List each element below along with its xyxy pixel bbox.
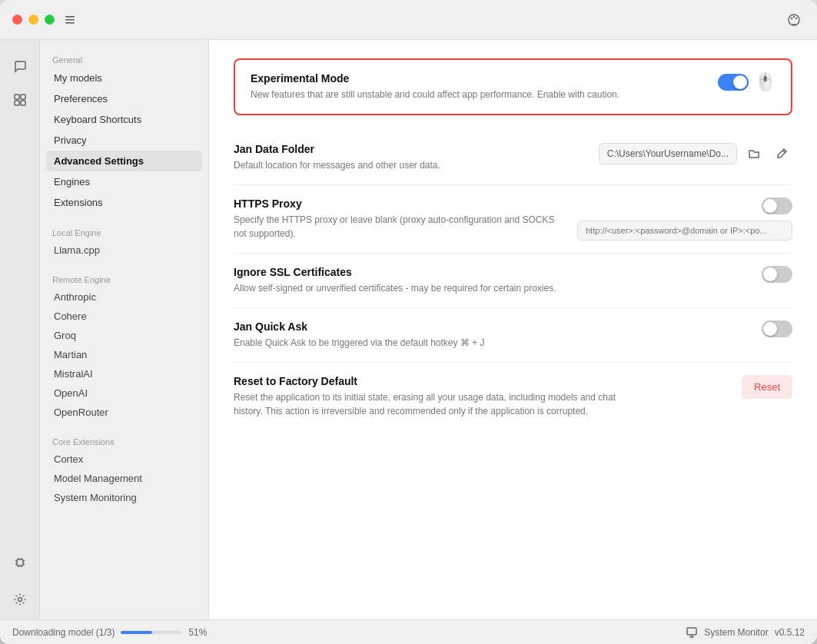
svg-point-6 [795,17,797,18]
jan-data-folder-desc: Default location for messages and other … [234,158,586,172]
sidebar-icon-rail [0,40,40,619]
main-content: Experimental Mode New features that are … [209,40,817,619]
titlebar [0,0,817,40]
jan-data-folder-row: Jan Data Folder Default location for mes… [234,131,792,185]
sidebar-item-privacy[interactable]: Privacy [46,130,202,151]
ignore-ssl-row: Ignore SSL Certificates Allow self-signe… [234,254,792,308]
svg-point-4 [791,17,792,18]
bottom-right: System Monitor v0.5.12 [686,626,805,639]
https-proxy-row: HTTPS Proxy Specify the HTTPS proxy or l… [234,185,792,254]
general-section-label: General [46,49,202,68]
progress-fill [121,631,152,634]
cursor-hand-icon: 🖱️ [755,72,775,92]
sidebar-item-cortex[interactable]: Cortex [46,450,202,469]
ignore-ssl-title: Ignore SSL Certificates [234,266,749,278]
toggle-thumb-ssl [763,267,777,281]
minimize-button[interactable] [28,15,38,25]
system-monitor-label[interactable]: System Monitor [704,627,768,638]
reset-factory-title: Reset to Factory Default [234,375,729,387]
experimental-mode-control: 🖱️ [718,72,775,92]
core-extensions-section-label: Core Extensions [46,431,202,450]
reset-button[interactable]: Reset [742,375,792,399]
experimental-mode-section: Experimental Mode New features that are … [234,58,792,115]
sidebar-item-extensions[interactable]: Extensions [46,192,202,213]
maximize-button[interactable] [45,15,55,25]
svg-rect-1 [65,19,75,21]
sidebar-item-advanced-settings[interactable]: Advanced Settings [46,151,202,171]
experimental-mode-desc: New features that are still unstable and… [251,88,650,101]
experimental-mode-toggle[interactable] [718,74,749,91]
sidebar-item-openai[interactable]: OpenAI [46,383,202,403]
quick-ask-control [762,320,792,337]
sidebar-item-llama-cpp[interactable]: Llama.cpp [46,241,202,260]
reset-factory-row: Reset to Factory Default Reset the appli… [234,363,792,430]
jan-data-folder-title: Jan Data Folder [234,143,586,155]
jan-data-folder-info: Jan Data Folder Default location for mes… [234,143,586,172]
grid-icon-btn[interactable] [6,86,34,114]
svg-rect-11 [17,559,23,566]
folder-path-display: C:\Users\YourUsername\Do... [599,143,737,164]
quick-ask-desc: Enable Quick Ask to be triggered via the… [234,336,633,350]
quick-ask-toggle[interactable] [762,320,792,337]
sidebar-item-my-models[interactable]: My models [46,68,202,88]
chat-icon-btn[interactable] [6,52,34,80]
remote-engine-section-label: Remote Engine [46,269,202,287]
sidebar-item-anthropic[interactable]: Anthropic [46,287,202,307]
reset-factory-info: Reset to Factory Default Reset the appli… [234,375,729,418]
https-proxy-title: HTTPS Proxy [234,198,565,210]
svg-rect-0 [65,16,75,18]
sidebar-item-preferences[interactable]: Preferences [46,88,202,109]
svg-rect-7 [15,95,19,99]
quick-ask-info: Jan Quick Ask Enable Quick Ask to be tri… [234,320,749,350]
toggle-thumb-proxy [763,199,777,213]
sidebar-item-keyboard-shortcuts[interactable]: Keyboard Shortcuts [46,109,202,130]
cpu-icon-btn[interactable] [6,549,34,576]
https-proxy-input[interactable] [577,221,792,241]
sidebar-item-groq[interactable]: Groq [46,326,202,345]
sidebar-item-martian[interactable]: Martian [46,345,202,364]
sidebar-item-mistralai[interactable]: MistralAI [46,364,202,383]
sidebar-item-engines[interactable]: Engines [46,171,202,192]
sidebar-item-model-management[interactable]: Model Management [46,469,202,488]
quick-ask-title: Jan Quick Ask [234,320,749,333]
palette-icon[interactable] [783,9,805,31]
https-proxy-toggle[interactable] [762,198,792,214]
experimental-mode-title: Experimental Mode [251,72,706,85]
ignore-ssl-info: Ignore SSL Certificates Allow self-signe… [234,266,749,295]
https-proxy-info: HTTPS Proxy Specify the HTTPS proxy or l… [234,198,565,241]
svg-rect-10 [21,101,25,105]
sidebar-nav-items: General My models Preferences Keyboard S… [40,40,208,619]
progress-track [121,631,182,634]
local-engine-section-label: Local Engine [46,222,202,241]
traffic-lights [12,15,55,25]
toggle-thumb-quick-ask [763,322,777,336]
https-proxy-control [577,198,792,241]
svg-rect-9 [15,101,19,105]
gear-icon-btn[interactable] [6,586,34,613]
experimental-mode-info: Experimental Mode New features that are … [251,72,706,101]
downloading-label: Downloading model (1/3) [12,627,115,638]
sidebar-item-openrouter[interactable]: OpenRouter [46,403,202,422]
quick-ask-row: Jan Quick Ask Enable Quick Ask to be tri… [234,308,792,363]
ignore-ssl-toggle[interactable] [762,266,792,283]
download-progress: Downloading model (1/3) 51% [12,627,686,638]
menu-icon[interactable] [62,12,78,28]
titlebar-right [783,9,805,31]
progress-percent: 51% [188,627,207,638]
app-window: General My models Preferences Keyboard S… [0,0,817,644]
svg-rect-8 [21,95,25,99]
svg-rect-22 [687,628,696,635]
version-label: v0.5.12 [775,627,805,638]
jan-data-folder-control: C:\Users\YourUsername\Do... [599,143,792,164]
app-body: General My models Preferences Keyboard S… [0,40,817,619]
open-folder-icon-btn[interactable] [743,143,765,164]
sidebar-nav: General My models Preferences Keyboard S… [40,40,209,619]
bottom-bar: Downloading model (1/3) 51% System Monit… [0,619,817,644]
sidebar-item-cohere[interactable]: Cohere [46,307,202,326]
close-button[interactable] [12,15,22,25]
ignore-ssl-control [762,266,792,283]
toggle-thumb [733,75,747,89]
sidebar-item-system-monitoring[interactable]: System Monitoring [46,488,202,507]
edit-folder-icon-btn[interactable] [771,143,792,164]
reset-factory-control: Reset [742,375,792,399]
